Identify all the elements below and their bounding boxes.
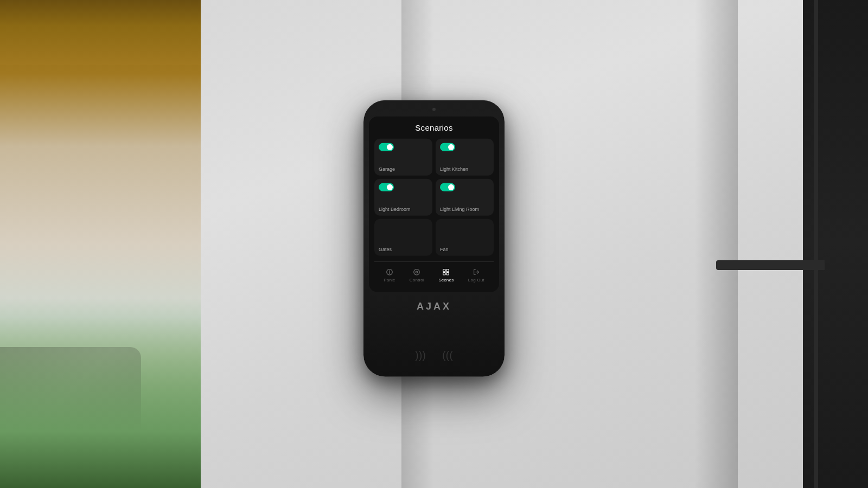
nav-item-control[interactable]: Control — [405, 266, 429, 285]
background-car — [0, 347, 141, 445]
svg-point-4 — [416, 271, 418, 273]
nav-label-logout: Log Out — [468, 278, 484, 282]
scenario-card-light-bedroom[interactable]: Light Bedroom — [374, 179, 432, 216]
nav-item-logout[interactable]: Log Out — [464, 266, 489, 285]
nav-item-scenes[interactable]: Scenes — [434, 266, 458, 285]
door-handle-bar — [716, 260, 825, 270]
wall-shadow-right — [694, 0, 738, 488]
control-icon — [413, 268, 420, 276]
scenario-card-fan[interactable]: Fan — [436, 219, 494, 256]
scenario-label-light-bedroom: Light Bedroom — [379, 207, 428, 213]
toggle-knob-garage — [387, 144, 393, 150]
scenarios-grid: Garage Light Kitchen Light Bedroom — [374, 139, 494, 256]
toggle-light-living-room[interactable] — [440, 183, 455, 191]
device-brand-area: AJAX — [417, 297, 451, 377]
scenario-label-light-kitchen: Light Kitchen — [440, 166, 489, 172]
background-right-panel — [803, 0, 868, 488]
scenes-icon — [442, 268, 450, 276]
toggle-light-kitchen[interactable] — [440, 143, 455, 151]
nav-label-panic: Panic — [384, 278, 395, 282]
device-nfc-area: ))) ))) — [415, 349, 453, 362]
svg-rect-7 — [443, 273, 445, 275]
device-camera — [432, 108, 436, 111]
svg-rect-8 — [446, 273, 449, 275]
toggle-knob-light-kitchen — [448, 144, 454, 150]
toggle-knob-light-living-room — [448, 184, 454, 190]
nav-label-scenes: Scenes — [438, 278, 454, 282]
scenario-card-light-living-room[interactable]: Light Living Room — [436, 179, 494, 216]
nfc-symbol-left: ))) — [415, 349, 426, 362]
device-nav: Panic Control — [374, 261, 494, 287]
svg-rect-5 — [443, 269, 445, 272]
scenario-label-gates: Gates — [379, 247, 428, 253]
ajax-keypad-device: Scenarios Garage Light Kitchen — [363, 100, 505, 377]
toggle-garage[interactable] — [379, 143, 394, 151]
device-screen: Scenarios Garage Light Kitchen — [369, 117, 499, 292]
svg-point-2 — [389, 273, 390, 274]
nav-label-control: Control — [410, 278, 424, 282]
scenario-card-garage[interactable]: Garage — [374, 139, 432, 176]
scenario-label-garage: Garage — [379, 166, 428, 172]
background-left-outdoor — [0, 0, 201, 488]
svg-rect-6 — [446, 269, 449, 272]
nfc-symbol-right: ))) — [442, 349, 453, 362]
screen-title: Scenarios — [374, 123, 494, 132]
scenario-card-light-kitchen[interactable]: Light Kitchen — [436, 139, 494, 176]
nav-item-panic[interactable]: Panic — [379, 266, 399, 285]
brand-logo: AJAX — [417, 301, 451, 312]
device-wrapper: Scenarios Garage Light Kitchen — [363, 100, 505, 377]
scenario-card-gates[interactable]: Gates — [374, 219, 432, 256]
scenario-label-fan: Fan — [440, 247, 489, 253]
svg-point-3 — [414, 269, 420, 275]
scenario-label-light-living-room: Light Living Room — [440, 207, 489, 213]
panic-icon — [386, 268, 393, 276]
toggle-knob-light-bedroom — [387, 184, 393, 190]
toggle-light-bedroom[interactable] — [379, 183, 394, 191]
logout-icon — [473, 268, 480, 276]
